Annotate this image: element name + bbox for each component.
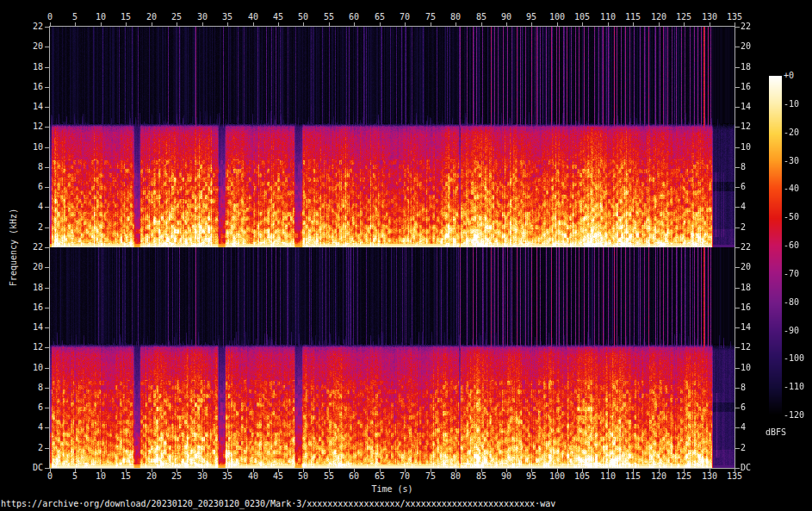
time-tick: [354, 22, 355, 26]
freq-tick-label: DC: [741, 464, 775, 472]
file-url-text: https://archive·org/download/20230120_20…: [1, 499, 555, 509]
freq-tick: [735, 247, 740, 248]
freq-tick-label: 2: [741, 223, 775, 232]
time-tick: [278, 22, 279, 26]
time-tick: [684, 22, 685, 26]
time-tick: [557, 22, 558, 26]
freq-tick: [735, 47, 740, 47]
freq-tick-label: 10: [741, 143, 775, 152]
x-axis-label: Time (s): [306, 485, 479, 494]
time-tick: [303, 22, 304, 26]
freq-tick-label: 12: [741, 122, 775, 131]
freq-tick-label: 10: [9, 364, 43, 372]
colorbar-tick-label: +0: [784, 72, 809, 80]
freq-tick-label: 6: [9, 403, 43, 412]
colorbar-tick-label: -40: [784, 184, 809, 193]
time-tick: [405, 22, 406, 26]
freq-tick: [735, 388, 740, 389]
colorbar-tick-label: -90: [784, 327, 809, 335]
spectrogram-figure: 0510152025303540455055606570758085909510…: [0, 0, 812, 511]
colorbar-tick-label: -70: [784, 270, 809, 278]
freq-tick: [45, 368, 49, 369]
freq-tick: [45, 147, 49, 148]
spectrogram-channel-1: [50, 27, 735, 247]
freq-tick-label: 16: [9, 83, 43, 91]
freq-tick-label: 16: [741, 303, 775, 312]
time-tick: [202, 22, 203, 26]
colorbar-tick-label: -80: [784, 298, 809, 307]
freq-tick: [735, 347, 740, 348]
freq-tick: [735, 27, 740, 28]
freq-tick: [45, 227, 49, 228]
colorbar-unit-label: dBFS: [758, 428, 794, 437]
freq-tick-label: 12: [741, 343, 775, 352]
freq-tick-label: 6: [741, 403, 775, 412]
spectrogram-channel-2: [50, 247, 735, 468]
freq-tick: [45, 468, 49, 469]
freq-tick-label: 14: [741, 103, 775, 111]
freq-tick: [735, 107, 740, 108]
freq-tick: [735, 187, 740, 188]
freq-tick-label: 18: [9, 63, 43, 72]
freq-tick-label: 22: [741, 243, 775, 252]
freq-tick-label: 20: [9, 42, 43, 51]
freq-tick: [45, 267, 49, 268]
freq-tick-label: 8: [741, 163, 775, 171]
freq-tick-label: 20: [741, 263, 775, 271]
colorbar-tick-label: -50: [784, 213, 809, 221]
freq-tick: [735, 408, 740, 408]
freq-tick-label: 20: [741, 42, 775, 51]
freq-tick-label: 16: [9, 303, 43, 312]
freq-tick: [735, 448, 740, 449]
time-tick: [582, 22, 583, 26]
freq-tick-label: 8: [741, 383, 775, 392]
freq-tick-label: 22: [741, 22, 775, 31]
colorbar-tick-label: -20: [784, 128, 809, 137]
time-tick: [75, 22, 76, 26]
freq-tick: [45, 127, 49, 128]
freq-tick-label: 2: [741, 444, 775, 452]
freq-tick: [735, 127, 740, 128]
freq-tick: [45, 187, 49, 188]
time-tick: [431, 22, 431, 26]
freq-tick-label: 12: [9, 122, 43, 131]
colorbar-tick-label: -30: [784, 157, 809, 165]
colorbar-tick-label: -10: [784, 100, 809, 109]
time-tick: [177, 22, 177, 26]
colorbar-tick-label: -100: [784, 354, 809, 363]
freq-tick: [45, 247, 49, 248]
time-tick: [735, 22, 735, 26]
time-tick: [633, 22, 634, 26]
time-tick: [531, 22, 532, 26]
freq-tick: [735, 227, 740, 228]
freq-tick: [735, 67, 740, 68]
freq-tick: [45, 87, 49, 88]
freq-tick-label: 6: [9, 183, 43, 191]
freq-tick: [735, 207, 740, 208]
plot-border-top: [49, 26, 735, 27]
time-tick: [126, 22, 127, 26]
time-tick: [710, 22, 710, 26]
freq-tick: [45, 27, 49, 28]
freq-tick-label: 22: [9, 22, 43, 31]
freq-tick: [45, 427, 49, 428]
freq-tick: [735, 368, 740, 369]
freq-tick-label: 10: [741, 364, 775, 372]
freq-tick-label: 14: [9, 323, 43, 332]
freq-tick-label: 12: [9, 343, 43, 352]
freq-tick: [735, 87, 740, 88]
time-tick: [380, 22, 381, 26]
freq-tick: [45, 167, 49, 168]
colorbar-tick-label: -120: [784, 411, 809, 420]
time-tick: [481, 22, 482, 26]
freq-tick: [735, 167, 740, 168]
freq-tick-label: 16: [741, 83, 775, 91]
freq-tick: [45, 408, 49, 408]
time-tick: [659, 22, 660, 26]
freq-tick-label: 14: [741, 323, 775, 332]
time-tick: [50, 22, 51, 26]
freq-tick-label: 14: [9, 103, 43, 111]
freq-tick: [45, 347, 49, 348]
colorbar-tick-label: -110: [784, 383, 809, 391]
time-tick: [506, 22, 507, 26]
